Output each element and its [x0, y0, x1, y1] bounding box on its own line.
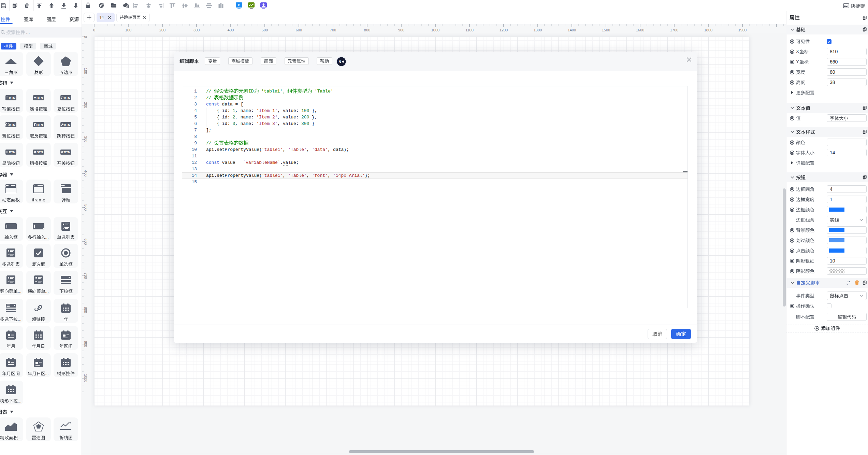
svg-text:1800: 1800 — [704, 28, 712, 32]
svg-text:1400: 1400 — [568, 28, 576, 32]
svg-text:300: 300 — [193, 28, 200, 32]
svg-text:BTN: BTN — [64, 123, 70, 127]
svg-text:N: N — [338, 60, 341, 64]
svg-text:BTN: BTN — [64, 151, 70, 154]
svg-text:0: 0 — [93, 28, 95, 32]
svg-text:BTN: BTN — [37, 151, 43, 154]
svg-text:BTN: BTN — [37, 96, 43, 100]
svg-text:400: 400 — [228, 28, 234, 32]
svg-text:1200: 1200 — [500, 28, 508, 32]
svg-text:0: 0 — [84, 36, 88, 38]
svg-text:100: 100 — [84, 68, 88, 74]
svg-text:800: 800 — [364, 28, 370, 32]
svg-text:700: 700 — [330, 28, 336, 32]
svg-text:200: 200 — [159, 28, 165, 32]
svg-text:600: 600 — [84, 239, 88, 245]
svg-text:700: 700 — [84, 273, 88, 279]
svg-text:600: 600 — [296, 28, 302, 32]
svg-text:300: 300 — [84, 136, 88, 142]
svg-text:500: 500 — [84, 204, 88, 211]
svg-text:1600: 1600 — [636, 28, 644, 32]
svg-text:500: 500 — [262, 28, 268, 32]
svg-text:200: 200 — [84, 102, 88, 108]
svg-text:BTN: BTN — [9, 151, 15, 154]
svg-text:BTN: BTN — [9, 123, 15, 127]
svg-text:BTN: BTN — [9, 96, 15, 100]
svg-text:1700: 1700 — [670, 28, 678, 32]
svg-text:BTN: BTN — [37, 123, 43, 127]
svg-text:1300: 1300 — [534, 28, 542, 32]
svg-text:1100: 1100 — [465, 28, 474, 32]
svg-text:100: 100 — [125, 28, 131, 32]
svg-text:400: 400 — [84, 170, 88, 176]
svg-text:BTN: BTN — [64, 96, 70, 100]
svg-text:1000: 1000 — [84, 374, 88, 382]
svg-text:1900: 1900 — [738, 28, 747, 32]
svg-text:900: 900 — [398, 28, 404, 32]
svg-text:900: 900 — [84, 341, 88, 347]
svg-text:1000: 1000 — [431, 28, 439, 32]
svg-text:1500: 1500 — [602, 28, 610, 32]
svg-text:800: 800 — [84, 307, 88, 313]
